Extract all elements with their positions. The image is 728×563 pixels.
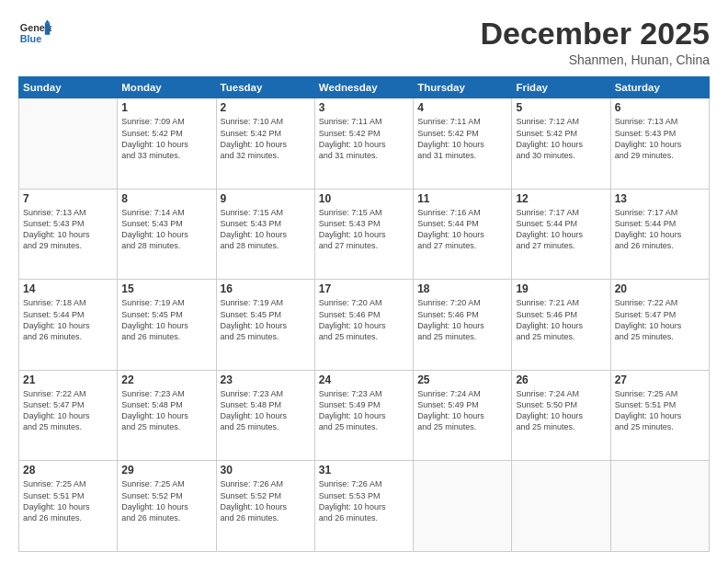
calendar-week-2: 7Sunrise: 7:13 AM Sunset: 5:43 PM Daylig… xyxy=(19,189,710,280)
cell-info: Sunrise: 7:23 AM Sunset: 5:48 PM Dayligh… xyxy=(221,388,311,433)
col-header-sunday: Sunday xyxy=(19,77,118,98)
day-number: 29 xyxy=(121,464,211,477)
calendar-table: SundayMondayTuesdayWednesdayThursdayFrid… xyxy=(18,76,710,552)
day-number: 30 xyxy=(221,464,311,477)
calendar-cell: 28Sunrise: 7:25 AM Sunset: 5:51 PM Dayli… xyxy=(19,461,118,552)
col-header-saturday: Saturday xyxy=(610,77,709,98)
cell-info: Sunrise: 7:19 AM Sunset: 5:45 PM Dayligh… xyxy=(221,297,311,342)
day-number: 23 xyxy=(221,373,311,386)
calendar-cell: 25Sunrise: 7:24 AM Sunset: 5:49 PM Dayli… xyxy=(414,370,512,461)
day-number: 28 xyxy=(23,464,113,477)
day-number: 15 xyxy=(121,282,211,295)
calendar-header-row: SundayMondayTuesdayWednesdayThursdayFrid… xyxy=(19,77,710,98)
calendar-cell: 31Sunrise: 7:26 AM Sunset: 5:53 PM Dayli… xyxy=(314,461,413,552)
calendar-cell: 18Sunrise: 7:20 AM Sunset: 5:46 PM Dayli… xyxy=(414,280,512,371)
svg-text:Blue: Blue xyxy=(20,33,41,44)
calendar-cell xyxy=(610,461,709,552)
day-number: 11 xyxy=(417,192,507,205)
cell-info: Sunrise: 7:13 AM Sunset: 5:43 PM Dayligh… xyxy=(615,116,705,161)
calendar-cell: 7Sunrise: 7:13 AM Sunset: 5:43 PM Daylig… xyxy=(19,189,118,280)
logo: General Blue xyxy=(18,17,51,50)
calendar-cell: 29Sunrise: 7:25 AM Sunset: 5:52 PM Dayli… xyxy=(118,461,216,552)
calendar-cell: 23Sunrise: 7:23 AM Sunset: 5:48 PM Dayli… xyxy=(216,370,314,461)
day-number: 4 xyxy=(417,101,507,114)
day-number: 24 xyxy=(319,373,409,386)
day-number: 5 xyxy=(516,101,606,114)
cell-info: Sunrise: 7:26 AM Sunset: 5:52 PM Dayligh… xyxy=(221,478,311,523)
day-number: 3 xyxy=(319,101,409,114)
calendar-cell: 24Sunrise: 7:23 AM Sunset: 5:49 PM Dayli… xyxy=(314,370,413,461)
cell-info: Sunrise: 7:19 AM Sunset: 5:45 PM Dayligh… xyxy=(121,297,211,342)
calendar-cell: 21Sunrise: 7:22 AM Sunset: 5:47 PM Dayli… xyxy=(19,370,118,461)
calendar-cell: 13Sunrise: 7:17 AM Sunset: 5:44 PM Dayli… xyxy=(610,189,709,280)
calendar-cell: 14Sunrise: 7:18 AM Sunset: 5:44 PM Dayli… xyxy=(19,280,118,371)
day-number: 27 xyxy=(615,373,705,386)
day-number: 8 xyxy=(121,192,211,205)
day-number: 18 xyxy=(417,282,507,295)
calendar-cell: 20Sunrise: 7:22 AM Sunset: 5:47 PM Dayli… xyxy=(610,280,709,371)
day-number: 16 xyxy=(221,282,311,295)
calendar-cell xyxy=(19,98,118,190)
cell-info: Sunrise: 7:23 AM Sunset: 5:49 PM Dayligh… xyxy=(319,388,409,433)
calendar-week-3: 14Sunrise: 7:18 AM Sunset: 5:44 PM Dayli… xyxy=(19,280,710,371)
calendar-week-1: 1Sunrise: 7:09 AM Sunset: 5:42 PM Daylig… xyxy=(19,98,710,190)
calendar-cell: 9Sunrise: 7:15 AM Sunset: 5:43 PM Daylig… xyxy=(216,189,314,280)
calendar-cell: 27Sunrise: 7:25 AM Sunset: 5:51 PM Dayli… xyxy=(610,370,709,461)
day-number: 26 xyxy=(516,373,606,386)
calendar-cell: 5Sunrise: 7:12 AM Sunset: 5:42 PM Daylig… xyxy=(512,98,610,190)
day-number: 12 xyxy=(516,192,606,205)
day-number: 20 xyxy=(615,282,705,295)
cell-info: Sunrise: 7:18 AM Sunset: 5:44 PM Dayligh… xyxy=(23,297,113,342)
day-number: 10 xyxy=(319,192,409,205)
cell-info: Sunrise: 7:21 AM Sunset: 5:46 PM Dayligh… xyxy=(516,297,606,342)
day-number: 6 xyxy=(615,101,705,114)
col-header-wednesday: Wednesday xyxy=(314,77,413,98)
day-number: 31 xyxy=(319,464,409,477)
cell-info: Sunrise: 7:20 AM Sunset: 5:46 PM Dayligh… xyxy=(417,297,507,342)
calendar-cell: 6Sunrise: 7:13 AM Sunset: 5:43 PM Daylig… xyxy=(610,98,709,190)
cell-info: Sunrise: 7:24 AM Sunset: 5:50 PM Dayligh… xyxy=(516,388,606,433)
day-number: 21 xyxy=(23,373,113,386)
cell-info: Sunrise: 7:15 AM Sunset: 5:43 PM Dayligh… xyxy=(319,207,409,252)
calendar-cell: 8Sunrise: 7:14 AM Sunset: 5:43 PM Daylig… xyxy=(118,189,216,280)
day-number: 13 xyxy=(615,192,705,205)
day-number: 14 xyxy=(23,282,113,295)
day-number: 1 xyxy=(121,101,211,114)
calendar-cell: 11Sunrise: 7:16 AM Sunset: 5:44 PM Dayli… xyxy=(414,189,512,280)
day-number: 9 xyxy=(221,192,311,205)
cell-info: Sunrise: 7:09 AM Sunset: 5:42 PM Dayligh… xyxy=(121,116,211,161)
cell-info: Sunrise: 7:25 AM Sunset: 5:51 PM Dayligh… xyxy=(23,478,113,523)
cell-info: Sunrise: 7:25 AM Sunset: 5:51 PM Dayligh… xyxy=(615,388,705,433)
calendar-cell: 10Sunrise: 7:15 AM Sunset: 5:43 PM Dayli… xyxy=(314,189,413,280)
cell-info: Sunrise: 7:17 AM Sunset: 5:44 PM Dayligh… xyxy=(516,207,606,252)
cell-info: Sunrise: 7:15 AM Sunset: 5:43 PM Dayligh… xyxy=(221,207,311,252)
calendar-week-5: 28Sunrise: 7:25 AM Sunset: 5:51 PM Dayli… xyxy=(19,461,710,552)
calendar-cell: 16Sunrise: 7:19 AM Sunset: 5:45 PM Dayli… xyxy=(216,280,314,371)
day-number: 7 xyxy=(23,192,113,205)
calendar-cell: 26Sunrise: 7:24 AM Sunset: 5:50 PM Dayli… xyxy=(512,370,610,461)
col-header-thursday: Thursday xyxy=(414,77,512,98)
cell-info: Sunrise: 7:14 AM Sunset: 5:43 PM Dayligh… xyxy=(121,207,211,252)
header: General Blue December 2025 Shanmen, Huna… xyxy=(18,17,710,67)
calendar-cell: 1Sunrise: 7:09 AM Sunset: 5:42 PM Daylig… xyxy=(118,98,216,190)
calendar-cell: 3Sunrise: 7:11 AM Sunset: 5:42 PM Daylig… xyxy=(314,98,413,190)
calendar-cell: 19Sunrise: 7:21 AM Sunset: 5:46 PM Dayli… xyxy=(512,280,610,371)
day-number: 25 xyxy=(417,373,507,386)
cell-info: Sunrise: 7:11 AM Sunset: 5:42 PM Dayligh… xyxy=(319,116,409,161)
cell-info: Sunrise: 7:24 AM Sunset: 5:49 PM Dayligh… xyxy=(417,388,507,433)
cell-info: Sunrise: 7:12 AM Sunset: 5:42 PM Dayligh… xyxy=(516,116,606,161)
day-number: 2 xyxy=(221,101,311,114)
calendar-cell: 2Sunrise: 7:10 AM Sunset: 5:42 PM Daylig… xyxy=(216,98,314,190)
cell-info: Sunrise: 7:26 AM Sunset: 5:53 PM Dayligh… xyxy=(319,478,409,523)
title-block: December 2025 Shanmen, Hunan, China xyxy=(480,17,710,67)
cell-info: Sunrise: 7:13 AM Sunset: 5:43 PM Dayligh… xyxy=(23,207,113,252)
calendar-week-4: 21Sunrise: 7:22 AM Sunset: 5:47 PM Dayli… xyxy=(19,370,710,461)
cell-info: Sunrise: 7:11 AM Sunset: 5:42 PM Dayligh… xyxy=(417,116,507,161)
day-number: 17 xyxy=(319,282,409,295)
location-subtitle: Shanmen, Hunan, China xyxy=(480,52,710,67)
calendar-cell xyxy=(512,461,610,552)
calendar-cell: 30Sunrise: 7:26 AM Sunset: 5:52 PM Dayli… xyxy=(216,461,314,552)
col-header-monday: Monday xyxy=(118,77,216,98)
cell-info: Sunrise: 7:25 AM Sunset: 5:52 PM Dayligh… xyxy=(121,478,211,523)
cell-info: Sunrise: 7:23 AM Sunset: 5:48 PM Dayligh… xyxy=(121,388,211,433)
